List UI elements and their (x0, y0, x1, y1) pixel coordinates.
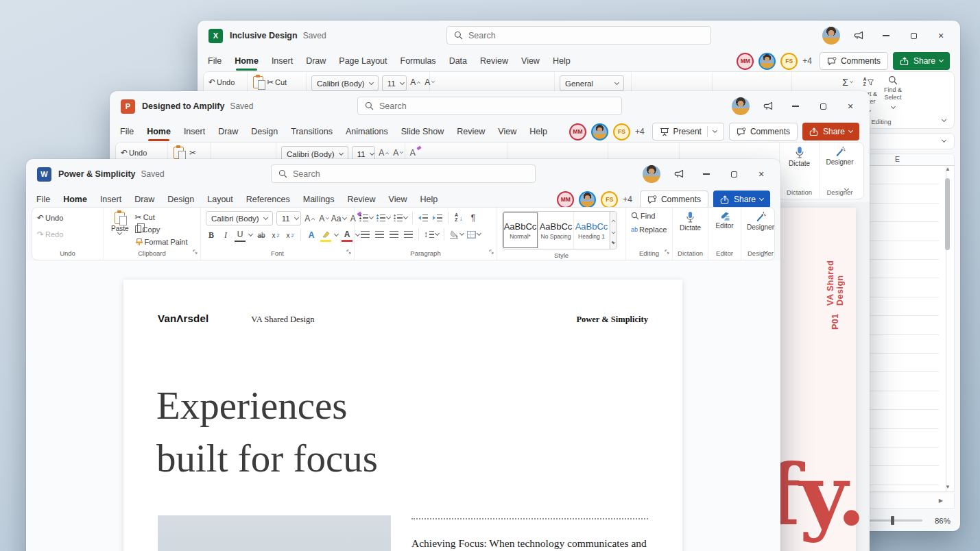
style-gallery-scroll[interactable] (610, 212, 617, 249)
ribbon-collapse-chevron[interactable] (942, 117, 946, 122)
document-page[interactable]: VanΛrsdel VA Shared Design Power & Simpl… (123, 280, 682, 551)
font-size-select[interactable]: 11 (382, 75, 407, 91)
menu-tab-view[interactable]: View (498, 127, 516, 136)
align-right-button[interactable] (388, 228, 399, 241)
menu-tab-mailings[interactable]: Mailings (303, 195, 335, 204)
collab-overflow-count[interactable]: +4 (635, 127, 645, 136)
comments-button[interactable]: Comments (729, 123, 798, 140)
menu-tab-insert[interactable]: Insert (100, 195, 121, 204)
maximize-button[interactable] (900, 21, 927, 51)
collab-avatar-fs[interactable]: FS (780, 53, 798, 70)
pilcrow-button[interactable]: ¶ (468, 211, 479, 225)
superscript-button[interactable]: x2 (285, 228, 296, 242)
undo-button[interactable]: ↶ Undo (121, 146, 147, 160)
designer-button[interactable]: Designer (746, 211, 775, 247)
font-name-select[interactable]: Calibri (Body) (206, 211, 273, 225)
menu-tab-help[interactable]: Help (420, 195, 438, 204)
sort-button[interactable]: AZ↓ (453, 211, 464, 225)
collab-avatar-photo[interactable] (579, 191, 596, 208)
grow-font-button[interactable]: A (379, 146, 390, 160)
menu-tab-slide-show[interactable]: Slide Show (401, 127, 444, 136)
clipboard-dialog-launcher[interactable] (193, 245, 198, 258)
ppt-search-input[interactable] (379, 101, 614, 111)
justify-button[interactable] (403, 228, 414, 241)
style-card-no-spacing[interactable]: AaBbCc No Spacing (538, 212, 574, 249)
scroll-up-button[interactable]: ▲ (945, 166, 951, 172)
minimize-button[interactable] (872, 21, 900, 51)
font-color-button[interactable]: A (342, 228, 352, 242)
highlight-button[interactable] (320, 228, 331, 242)
redo-button[interactable]: ↷ Redo (37, 228, 98, 241)
menu-tab-draw[interactable]: Draw (306, 56, 326, 66)
menu-tab-insert[interactable]: Insert (184, 127, 205, 136)
grow-font-button[interactable]: A (410, 75, 421, 89)
menu-tab-help[interactable]: Help (553, 56, 571, 66)
menu-tab-draw[interactable]: Draw (218, 127, 238, 136)
collab-avatar-mm[interactable]: MM (557, 191, 574, 208)
menu-tab-review[interactable]: Review (348, 195, 376, 204)
user-avatar[interactable] (822, 27, 840, 45)
increase-indent-button[interactable] (432, 211, 443, 225)
style-scroll-up[interactable] (612, 219, 616, 223)
number-format-select[interactable]: General (560, 75, 624, 91)
menu-tab-home[interactable]: Home (147, 127, 171, 136)
menu-tab-view[interactable]: View (521, 56, 540, 66)
change-case-button[interactable]: Aa (333, 212, 344, 225)
share-button[interactable]: Share (893, 52, 950, 70)
formula-bar-chevron[interactable] (942, 138, 946, 143)
collab-avatar-mm[interactable]: MM (569, 123, 586, 140)
present-button[interactable]: Present (652, 123, 724, 140)
decrease-indent-button[interactable] (418, 211, 429, 225)
numbered-list-button[interactable] (377, 211, 390, 225)
copy-button[interactable]: Copy (135, 224, 188, 234)
menu-tab-draw[interactable]: Draw (134, 195, 154, 204)
collab-avatar-photo[interactable] (591, 123, 608, 140)
menu-tab-home[interactable]: Home (63, 195, 87, 204)
feedback-megaphone-icon[interactable] (845, 21, 872, 51)
scrollbar-thumb[interactable] (945, 178, 950, 250)
font-name-select[interactable]: Calibri (Body) (311, 75, 379, 91)
column-header-e[interactable]: E (895, 155, 900, 163)
zoom-slider[interactable] (866, 519, 922, 522)
share-button[interactable]: Share (713, 191, 770, 208)
menu-tab-animations[interactable]: Animations (346, 127, 388, 136)
menu-tab-formulas[interactable]: Formulas (401, 56, 436, 66)
bold-button[interactable]: B (206, 228, 217, 242)
font-dialog-launcher[interactable] (346, 245, 352, 258)
underline-options-chevron[interactable] (248, 232, 253, 236)
style-card-heading1[interactable]: AaBbCc Heading 1 (574, 212, 610, 249)
minimize-button[interactable] (782, 91, 809, 121)
collab-avatar-mm[interactable]: MM (737, 53, 754, 70)
menu-tab-transitions[interactable]: Transitions (291, 127, 333, 136)
cut-button[interactable]: ✂ (187, 146, 198, 160)
align-center-button[interactable] (374, 228, 385, 241)
bullet-list-button[interactable] (359, 211, 373, 225)
style-scroll-down[interactable] (612, 230, 616, 234)
editor-button[interactable]: Editor (713, 211, 736, 247)
menu-tab-file[interactable]: File (36, 195, 50, 204)
user-avatar[interactable] (643, 165, 660, 183)
shrink-font-button[interactable]: A (319, 212, 330, 225)
menu-tab-design[interactable]: Design (167, 195, 194, 204)
menu-tab-references[interactable]: References (246, 195, 290, 204)
highlight-color-chevron[interactable] (334, 232, 339, 236)
shrink-font-button[interactable]: A (393, 146, 404, 160)
menu-tab-data[interactable]: Data (449, 56, 467, 66)
maximize-button[interactable] (809, 91, 837, 121)
collab-overflow-count[interactable]: +4 (802, 56, 812, 66)
feedback-megaphone-icon[interactable] (665, 159, 693, 189)
paste-button[interactable]: Paste (108, 211, 132, 234)
cut-button[interactable]: ✂ Cut (135, 212, 188, 222)
comments-button[interactable]: Comments (820, 52, 888, 70)
designer-button[interactable]: Designer (825, 146, 854, 186)
excel-search-box[interactable] (446, 26, 711, 45)
font-size-select[interactable]: 11 (276, 211, 301, 225)
close-button[interactable]: × (837, 91, 864, 121)
borders-button[interactable] (467, 228, 481, 241)
collab-avatar-photo[interactable] (758, 53, 776, 70)
editing-dialog-launcher[interactable] (665, 245, 670, 258)
menu-tab-help[interactable]: Help (529, 127, 547, 136)
user-avatar[interactable] (732, 97, 750, 115)
scroll-down-button[interactable]: ▼ (945, 484, 951, 490)
subscript-button[interactable]: x2 (270, 228, 281, 242)
